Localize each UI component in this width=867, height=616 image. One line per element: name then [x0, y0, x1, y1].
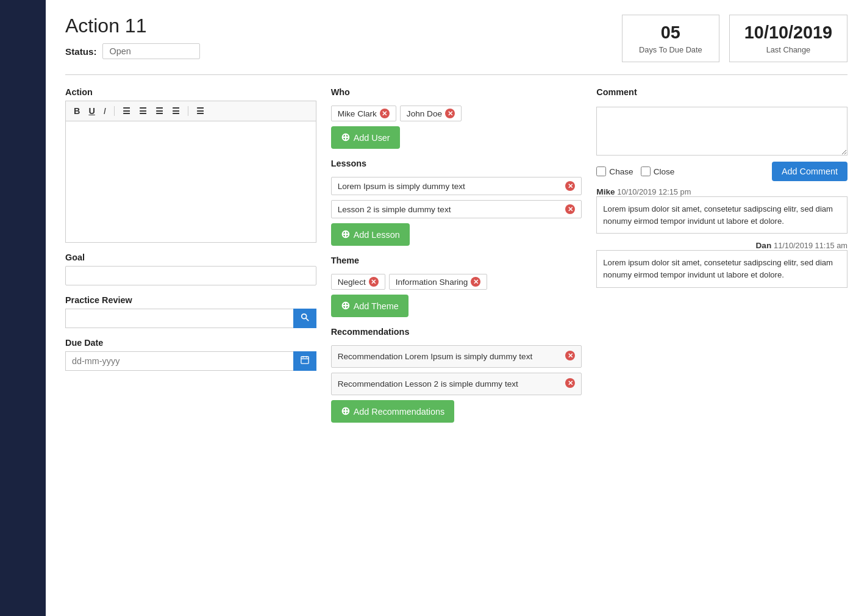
- svg-line-1: [305, 318, 308, 321]
- align-right-btn[interactable]: ☰: [152, 105, 166, 117]
- lesson-item-1: Lorem Ipsum is simply dummy text ✕: [331, 177, 582, 195]
- align-center-btn[interactable]: ☰: [136, 105, 150, 117]
- goal-label: Goal: [65, 252, 316, 262]
- remove-info-sharing-btn[interactable]: ✕: [471, 277, 480, 287]
- remove-john-doe-btn[interactable]: ✕: [445, 109, 455, 118]
- comment-1-datetime: 10/10/2019 12:15 pm: [617, 187, 691, 196]
- theme-tag-info-sharing: Information Sharing ✕: [389, 274, 488, 290]
- last-change-label: Last Change: [744, 45, 832, 54]
- left-column: Action B U I ☰ ☰ ☰ ☰ ☰ Goal: [65, 87, 316, 371]
- underline-btn[interactable]: U: [85, 105, 98, 117]
- add-user-button[interactable]: ⊕ Add User: [331, 126, 400, 149]
- due-date-label: Due Date: [65, 338, 316, 348]
- sidebar: [0, 0, 46, 616]
- practice-review-search-row: [65, 309, 316, 328]
- remove-neglect-btn[interactable]: ✕: [369, 277, 379, 287]
- theme-text-neglect: Neglect: [338, 278, 366, 287]
- remove-rec-2-btn[interactable]: ✕: [565, 378, 575, 388]
- user-tag-john-doe: John Doe ✕: [400, 106, 462, 121]
- info-boxes: 05 Days To Due Date 10/10/2019 Last Chan…: [622, 15, 847, 62]
- rec-text-1: Recommendation Lorem Ipsum is simply dum…: [338, 351, 566, 362]
- practice-review-input[interactable]: [65, 309, 293, 328]
- add-lesson-button[interactable]: ⊕ Add Lesson: [331, 223, 410, 246]
- due-date-field: Due Date: [65, 338, 316, 371]
- comment-1-meta: Mike 10/10/2019 12:15 pm: [596, 187, 847, 196]
- svg-point-0: [301, 314, 306, 319]
- who-tag-row: Mike Clark ✕ John Doe ✕: [331, 106, 582, 121]
- add-rec-label: Add Recommendations: [354, 407, 445, 417]
- bold-btn[interactable]: B: [71, 105, 83, 117]
- last-change-box: 10/10/2019 Last Change: [729, 15, 847, 62]
- form-grid: Action B U I ☰ ☰ ☰ ☰ ☰ Goal: [65, 87, 847, 423]
- who-label: Who: [331, 87, 582, 97]
- main-content: Action 11 Status: 05 Days To Due Date 10…: [46, 0, 867, 616]
- goal-input[interactable]: [65, 266, 316, 285]
- rec-item-2: Recommendation Lesson 2 is simple dummy …: [331, 373, 582, 395]
- calendar-icon: [301, 356, 309, 364]
- header-row: Action 11 Status: 05 Days To Due Date 10…: [65, 15, 847, 62]
- middle-column: Who Mike Clark ✕ John Doe ✕ ⊕ Add User: [331, 87, 582, 423]
- toolbar-divider-2: [188, 106, 188, 116]
- recommendations-section: Recommendations Recommendation Lorem Ips…: [331, 327, 582, 423]
- user-name: Mike Clark: [338, 109, 377, 118]
- lesson-text-2: Lesson 2 is simple dummy text: [338, 205, 451, 214]
- recommendations-label: Recommendations: [331, 327, 582, 337]
- list-btn[interactable]: ☰: [193, 105, 207, 117]
- calendar-btn[interactable]: [293, 351, 316, 371]
- lessons-label: Lessons: [331, 159, 582, 168]
- theme-section: Theme Neglect ✕ Information Sharing ✕ ⊕ …: [331, 256, 582, 317]
- comment-textarea[interactable]: [596, 107, 847, 156]
- editor-toolbar: B U I ☰ ☰ ☰ ☰ ☰: [65, 101, 316, 121]
- add-lesson-label: Add Lesson: [354, 230, 400, 240]
- practice-review-label: Practice Review: [65, 295, 316, 305]
- practice-review-search-btn[interactable]: [293, 309, 316, 328]
- close-checkbox-label[interactable]: Close: [641, 167, 675, 176]
- remove-lesson-2-btn[interactable]: ✕: [565, 204, 575, 214]
- theme-tag-neglect: Neglect ✕: [331, 274, 385, 290]
- comment-controls: Chase Close Add Comment: [596, 162, 847, 181]
- italic-btn[interactable]: I: [101, 105, 109, 117]
- status-input[interactable]: [102, 43, 200, 59]
- close-label: Close: [654, 167, 675, 176]
- page-title: Action 11: [65, 15, 622, 37]
- toolbar-divider-1: [114, 106, 115, 116]
- comment-1-author: Mike: [596, 187, 615, 196]
- due-date-input[interactable]: [65, 351, 293, 371]
- theme-tag-row: Neglect ✕ Information Sharing ✕: [331, 274, 582, 290]
- comment-2-body: Lorem ipsum dolor sit amet, consetetur s…: [596, 250, 847, 287]
- days-to-due-box: 05 Days To Due Date: [622, 15, 719, 62]
- status-row: Status:: [65, 43, 622, 59]
- comment-2: Dan 11/10/2019 11:15 am Lorem ipsum dolo…: [596, 241, 847, 287]
- add-recommendations-button[interactable]: ⊕ Add Recommendations: [331, 400, 455, 423]
- align-justify-btn[interactable]: ☰: [169, 105, 183, 117]
- close-checkbox[interactable]: [641, 167, 651, 176]
- lessons-section: Lessons Lorem Ipsum is simply dummy text…: [331, 159, 582, 246]
- remove-mike-clark-btn[interactable]: ✕: [380, 109, 390, 118]
- divider: [65, 74, 847, 75]
- user-name: John Doe: [407, 109, 442, 118]
- last-change-value: 10/10/2019: [744, 23, 832, 43]
- comment-1-body: Lorem ipsum dolor sit amet, consetetur s…: [596, 196, 847, 234]
- align-left-btn[interactable]: ☰: [120, 105, 134, 117]
- remove-lesson-1-btn[interactable]: ✕: [565, 181, 575, 191]
- lesson-item-2: Lesson 2 is simple dummy text ✕: [331, 200, 582, 218]
- action-editor[interactable]: [65, 121, 316, 243]
- theme-label: Theme: [331, 256, 582, 265]
- chase-label: Chase: [609, 167, 633, 176]
- remove-rec-1-btn[interactable]: ✕: [565, 351, 575, 360]
- lesson-text-1: Lorem Ipsum is simply dummy text: [338, 182, 465, 191]
- add-comment-button[interactable]: Add Comment: [772, 162, 847, 181]
- theme-text-info-sharing: Information Sharing: [396, 278, 468, 287]
- right-column: Comment Chase Close Add Comment: [596, 87, 847, 288]
- search-icon: [301, 313, 309, 321]
- rec-item-1: Recommendation Lorem Ipsum is simply dum…: [331, 345, 582, 368]
- comment-2-meta: Dan 11/10/2019 11:15 am: [596, 241, 847, 250]
- add-theme-icon: ⊕: [341, 299, 350, 312]
- chase-checkbox[interactable]: [596, 167, 606, 176]
- comment-section: Comment Chase Close Add Comment: [596, 87, 847, 288]
- svg-rect-2: [301, 357, 309, 364]
- add-theme-button[interactable]: ⊕ Add Theme: [331, 295, 409, 317]
- add-theme-label: Add Theme: [354, 301, 399, 311]
- comment-2-datetime: 11/10/2019 11:15 am: [774, 241, 847, 250]
- chase-checkbox-label[interactable]: Chase: [596, 167, 633, 176]
